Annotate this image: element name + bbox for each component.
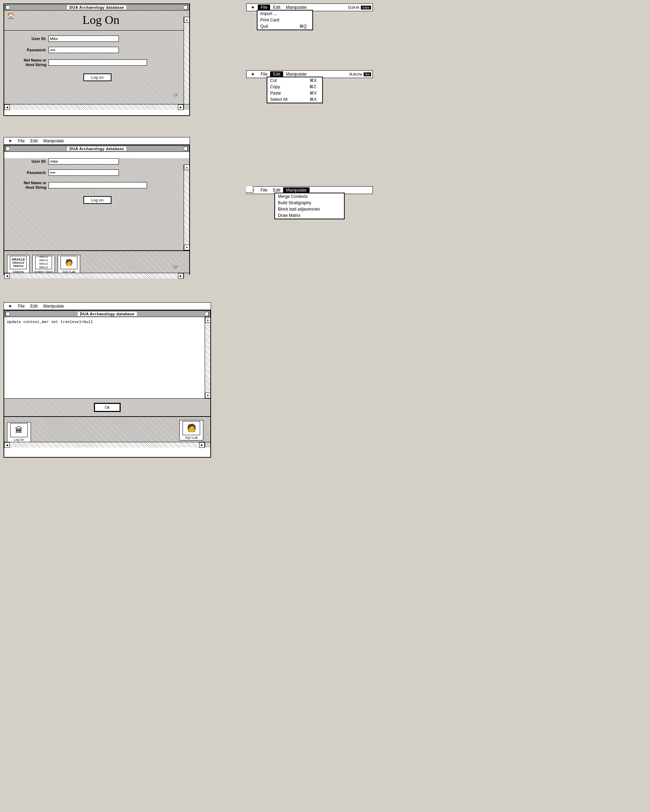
- scroll-corner2: [184, 273, 189, 278]
- paste-item[interactable]: Paste ⌘V: [267, 90, 322, 96]
- apple-menu1[interactable]: ✦: [248, 4, 258, 11]
- file-menu1[interactable]: File: [258, 5, 270, 10]
- manipulate-menu-area: ✦ File Edit Manipulate Merge Contexts Bu…: [246, 186, 373, 194]
- close-box3[interactable]: [6, 312, 10, 316]
- scrollbar-right1[interactable]: ▲ ▼: [184, 17, 189, 110]
- password-input2[interactable]: [49, 169, 119, 176]
- ok-button[interactable]: Ok: [94, 403, 121, 412]
- password-label1: Password:: [8, 48, 46, 52]
- scroll-track-h1: [10, 104, 178, 110]
- merge-contexts-item[interactable]: Merge Contexts: [275, 193, 344, 200]
- logon-toolbar-icon: 🏛: [10, 423, 28, 437]
- logon-toolbar-label: Log On: [14, 438, 24, 441]
- sqllab-toolbar-icon: 🧑: [182, 421, 200, 435]
- zoom-box2[interactable]: [184, 147, 188, 151]
- scroll-corner1: [184, 104, 189, 110]
- scrollbar-bottom3[interactable]: ◀ ▶: [4, 442, 205, 447]
- file-menu3[interactable]: File: [15, 138, 28, 144]
- scroll-track2: [184, 170, 189, 245]
- scroll-up-arrow2[interactable]: ▲: [184, 165, 190, 170]
- scroll-up-arrow1[interactable]: ▲: [184, 17, 190, 23]
- edit-menu-area: ✦ File Edit Manipulate IA Arche ike Cut …: [246, 70, 373, 78]
- quit-item[interactable]: Quit ⌘Q: [257, 23, 312, 29]
- edit-menu5[interactable]: Edit: [28, 303, 40, 309]
- userid-input1[interactable]: [49, 35, 119, 42]
- scroll-up-arrow3[interactable]: ▲: [205, 317, 211, 323]
- block-bad-item[interactable]: Block bad adjacencies: [275, 206, 344, 212]
- options-btn[interactable]: ORACLE ORACLE ORACLE Options: [7, 255, 29, 275]
- cursor-glyph2: ☞: [172, 263, 179, 272]
- logon-button1[interactable]: Log on: [83, 73, 111, 81]
- scroll-track-h3: [10, 442, 199, 447]
- zoom-box3[interactable]: [205, 312, 209, 316]
- import-item[interactable]: Import ...: [257, 11, 312, 17]
- draw-matrix-item[interactable]: Draw Matrix: [275, 212, 344, 219]
- logon-heading1: Log On: [4, 11, 184, 30]
- window2-body: User ID: Password: Net Name or Host Stri…: [4, 158, 189, 250]
- sqllab-toolbar-btn[interactable]: 🧑 SQL*Lab: [179, 420, 203, 440]
- user-partial2: ike: [364, 72, 371, 76]
- home-icon[interactable]: 🏠: [7, 12, 15, 19]
- zoom-box1[interactable]: [184, 5, 188, 9]
- file-menu5[interactable]: File: [15, 303, 28, 309]
- apple-menu5[interactable]: ✦: [5, 303, 15, 309]
- file-menu4[interactable]: File: [258, 187, 270, 193]
- scroll-down-arrow2[interactable]: ▼: [184, 245, 190, 250]
- cut-item[interactable]: Cut ⌘X: [267, 77, 322, 84]
- logon-button2[interactable]: Log on: [83, 196, 111, 204]
- scroll-right-arrow1[interactable]: ▶: [178, 104, 184, 110]
- netname-input2[interactable]: [49, 182, 147, 188]
- manipulate-menu5[interactable]: Manipulate: [40, 303, 67, 309]
- edit-menu4[interactable]: Edit: [270, 187, 283, 193]
- scroll-corner3: [205, 442, 210, 447]
- quit-shortcut: ⌘Q: [299, 24, 307, 29]
- print-card-item[interactable]: Print Card: [257, 17, 312, 23]
- file-menu2[interactable]: File: [258, 71, 270, 77]
- toolbar2: ORACLE ORACLE ORACLE Options ORACLEORACL…: [4, 250, 189, 278]
- sqllab-icon2: 🧑: [61, 256, 77, 269]
- close-box2[interactable]: [6, 147, 10, 151]
- userid-input2[interactable]: [49, 158, 119, 165]
- scrollbar-right2[interactable]: ▲ ▼: [184, 165, 189, 250]
- sql-textarea[interactable]: Update context_mer set treelevel=Null: [6, 319, 205, 396]
- edit-dropdown2: Cut ⌘X Copy ⌘C Paste ⌘V Select All ⌘A: [267, 76, 323, 103]
- copy-item[interactable]: Copy ⌘C: [267, 84, 322, 90]
- scrollbar-bottom2[interactable]: ◀ ▶: [4, 273, 184, 278]
- sql-area: Update context_mer set treelevel=Null ▲ …: [4, 317, 210, 398]
- window1-body: 🏠 Log On User ID: Password: Net Name or …: [4, 11, 189, 110]
- manipulate-menu1[interactable]: Manipulate: [283, 5, 309, 10]
- scroll-left-arrow2[interactable]: ◀: [4, 273, 10, 279]
- manipulate-menu3[interactable]: Manipulate: [40, 138, 67, 144]
- scrollbar-bottom1[interactable]: ◀ ▶: [4, 104, 184, 110]
- scroll-track3: [205, 323, 210, 393]
- scroll-right-arrow3[interactable]: ▶: [199, 442, 205, 448]
- sqllab-btn2[interactable]: 🧑 SQL*Lab: [58, 255, 80, 275]
- manipulate-menu4[interactable]: Manipulate: [283, 187, 309, 193]
- manipulate-menu2[interactable]: Manipulate: [283, 71, 309, 77]
- select-all-item[interactable]: Select All ⌘A: [267, 96, 322, 103]
- apple-menu3[interactable]: ✦: [5, 138, 15, 144]
- scrollbar-right3[interactable]: ▲ ▼: [205, 317, 210, 398]
- userid-label2: User ID:: [8, 159, 46, 163]
- file-menu-area: ✦ File Edit Manipulate DUA Ar mike Impor…: [246, 3, 373, 11]
- system-stack-btn[interactable]: ORACLEORACLEORACLEORACLE System Stack: [32, 255, 55, 275]
- scroll-left-arrow1[interactable]: ◀: [4, 104, 10, 110]
- logon-toolbar-btn[interactable]: 🏛 Log On: [7, 422, 31, 443]
- scroll-left-arrow3[interactable]: ◀: [4, 442, 10, 448]
- scroll-down-arrow3[interactable]: ▼: [205, 393, 211, 398]
- titlebar3: DUA Archaeology database: [4, 311, 210, 317]
- build-strat-item[interactable]: Build Stratigraphy: [275, 200, 344, 206]
- copy-shortcut: ⌘C: [309, 84, 317, 89]
- netname-input1[interactable]: [49, 60, 147, 66]
- cut-shortcut: ⌘X: [309, 78, 317, 83]
- ok-button-area: Ok: [4, 398, 210, 417]
- edit-menu2[interactable]: Edit: [270, 71, 283, 77]
- password-input1[interactable]: [49, 47, 119, 53]
- scroll-right-arrow2[interactable]: ▶: [178, 273, 184, 279]
- close-box1[interactable]: [6, 5, 10, 9]
- edit-menu1[interactable]: Edit: [270, 5, 283, 10]
- edit-menu3[interactable]: Edit: [28, 138, 40, 144]
- apple-menu2[interactable]: ✦: [248, 71, 258, 77]
- titlebar1: DUA Archaeology database: [4, 4, 189, 11]
- paste-shortcut: ⌘V: [309, 91, 317, 96]
